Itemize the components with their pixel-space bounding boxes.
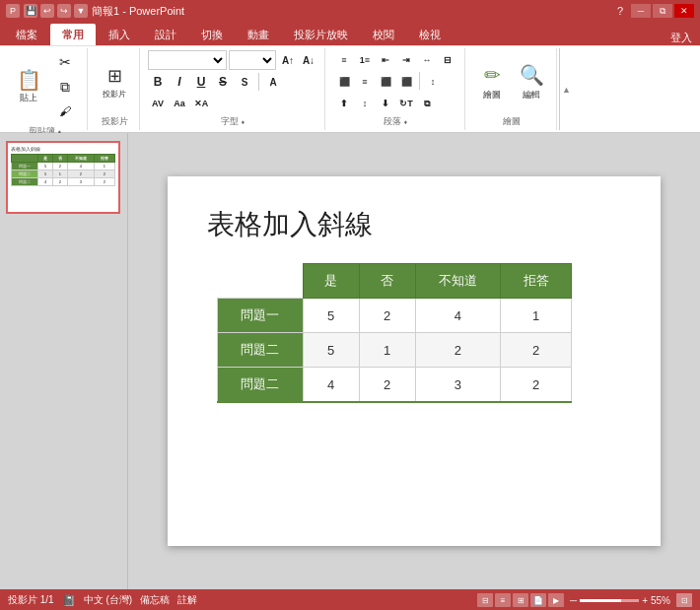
paragraph-label: 段落 ⬧ (384, 115, 408, 128)
format-painter-button[interactable]: 🖌 (49, 100, 81, 123)
valign-top-button[interactable]: ⬆ (334, 94, 354, 113)
bold-button[interactable]: B (148, 72, 168, 92)
new-slide-button[interactable]: ⊞ 投影片 (96, 56, 133, 107)
reading-view-button[interactable]: 📄 (530, 593, 546, 607)
font-size-aa[interactable]: Aa (170, 94, 189, 113)
clipboard-buttons: 📋 貼上 ✂ ⧉ 🖌 (10, 50, 81, 123)
strikethrough-button[interactable]: S (213, 72, 233, 92)
thumb-row3-val3: 3 (67, 178, 94, 186)
line-spacing-button[interactable]: ↕ (423, 72, 443, 92)
header-yes: 是 (303, 264, 359, 299)
edit-button[interactable]: 🔍 編輯 (513, 56, 550, 107)
para-direction-button[interactable]: ↔ (417, 50, 437, 70)
slide-thumb-container: 1 表格加入斜線 是 否 不知道 拒答 問題一 5 (6, 141, 121, 214)
thumb-row2-val2: 1 (52, 170, 67, 178)
tab-design[interactable]: 設計 (143, 24, 188, 45)
outline-view-button[interactable]: ≡ (495, 593, 511, 607)
notes-button[interactable]: 備忘稿 (140, 593, 170, 607)
row2-val4: 2 (501, 333, 572, 368)
font-color-button[interactable]: A (263, 72, 283, 92)
restore-button[interactable]: ⧉ (653, 4, 672, 18)
increase-font-button[interactable]: A↑ (278, 50, 298, 70)
view-buttons: ⊟ ≡ ⊞ 📄 ▶ (477, 593, 564, 607)
close-button[interactable]: ✕ (674, 4, 694, 18)
thumb-header-2: 否 (52, 155, 67, 163)
align-left-button[interactable]: ⬛ (334, 72, 354, 92)
redo-icon[interactable]: ↪ (57, 4, 71, 18)
row1-label: 問題一 (218, 299, 304, 333)
thumb-table: 是 否 不知道 拒答 問題一 5 2 4 1 (11, 154, 115, 186)
tab-review[interactable]: 校閱 (361, 24, 406, 45)
header-empty (218, 264, 304, 299)
tab-file[interactable]: 檔案 (4, 24, 49, 45)
font-label: 字型 ⬧ (221, 115, 245, 128)
slide-thumbnail[interactable]: 表格加入斜線 是 否 不知道 拒答 問題一 5 2 (6, 141, 120, 214)
font-name-select[interactable] (148, 50, 227, 70)
more-icon[interactable]: ▼ (74, 4, 88, 18)
header-refuse: 拒答 (501, 264, 572, 299)
thumb-row1-val2: 2 (52, 163, 67, 170)
tab-transition[interactable]: 切換 (189, 24, 235, 45)
normal-view-button[interactable]: ⊟ (477, 593, 493, 607)
zoom-slider[interactable] (580, 599, 639, 602)
separator2 (419, 72, 420, 90)
tab-insert[interactable]: 插入 (97, 24, 142, 45)
tab-animation[interactable]: 動畫 (236, 24, 281, 45)
increase-indent-button[interactable]: ⇥ (396, 50, 416, 70)
row1-val1: 5 (303, 299, 359, 333)
row1-val4: 1 (501, 299, 572, 333)
zoom-control: ─ + 55% (570, 595, 670, 606)
comments-button[interactable]: 註解 (177, 593, 197, 607)
save-icon[interactable]: 💾 (24, 4, 37, 18)
table-header-row: 是 否 不知道 拒答 (218, 264, 572, 299)
valign-bottom-button[interactable]: ⬇ (376, 94, 395, 113)
text-direction-button[interactable]: ↻T (396, 94, 416, 113)
title-bar: P 💾 ↩ ↪ ▼ 簡報1 - PowerPoint ? ─ ⧉ ✕ (0, 0, 700, 22)
font-row1: A↑ A↓ (148, 50, 318, 70)
drawing-label: 繪圖 (503, 115, 521, 128)
thumb-row3-val2: 2 (52, 178, 67, 186)
shadow-button[interactable]: S (235, 72, 254, 92)
font-clear-button[interactable]: ✕A (191, 94, 211, 113)
convert-smartart-button[interactable]: ⧉ (417, 94, 437, 113)
italic-button[interactable]: I (170, 72, 189, 92)
row2-label: 問題二 (218, 333, 304, 368)
tab-view[interactable]: 檢視 (407, 24, 453, 45)
justify-button[interactable]: ⬛ (396, 72, 416, 92)
align-center-button[interactable]: ≡ (355, 72, 375, 92)
zoom-plus-button[interactable]: + (642, 595, 648, 606)
help-icon[interactable]: ? (617, 5, 623, 17)
cut-button[interactable]: ✂ (49, 50, 81, 74)
minimize-button[interactable]: ─ (631, 4, 651, 18)
slide-sorter-button[interactable]: ⊞ (513, 593, 528, 607)
fit-page-button[interactable]: ⊡ (676, 593, 692, 607)
login-button[interactable]: 登入 (663, 31, 700, 45)
valign-middle-button[interactable]: ↕ (355, 94, 375, 113)
char-spacing-button[interactable]: AV (148, 94, 168, 113)
thumb-row3-label: 問題二 (12, 178, 38, 186)
tab-slideshow[interactable]: 投影片放映 (282, 24, 360, 45)
font-row3: AV Aa ✕A (148, 94, 318, 113)
drawing-button[interactable]: ✏ 繪圖 (473, 56, 511, 107)
decrease-font-button[interactable]: A↓ (299, 50, 318, 70)
font-expand[interactable]: ⬧ (241, 117, 245, 126)
copy-button[interactable]: ⧉ (49, 75, 81, 99)
zoom-minus-button[interactable]: ─ (570, 595, 577, 606)
align-right-button[interactable]: ⬛ (376, 72, 395, 92)
ribbon-collapse[interactable]: ▲ (559, 48, 573, 130)
slideshow-button[interactable]: ▶ (548, 593, 564, 607)
columns-button[interactable]: ⊟ (438, 50, 457, 70)
zoom-level[interactable]: 55% (651, 595, 670, 606)
underline-button[interactable]: U (191, 72, 211, 92)
font-size-select[interactable] (229, 50, 276, 70)
slide-main[interactable]: 表格加入斜線 是 否 不知道 拒答 問題一 (168, 176, 661, 546)
title-bar-left: P 💾 ↩ ↪ ▼ 簡報1 - PowerPoint (6, 4, 184, 19)
tab-home[interactable]: 常用 (50, 24, 96, 45)
paragraph-expand[interactable]: ⬧ (403, 117, 408, 126)
numbering-button[interactable]: 1≡ (355, 50, 375, 70)
paste-button[interactable]: 📋 貼上 (10, 61, 47, 112)
bullets-button[interactable]: ≡ (334, 50, 354, 70)
decrease-indent-button[interactable]: ⇤ (376, 50, 395, 70)
window-controls: ─ ⧉ ✕ (631, 4, 694, 18)
undo-icon[interactable]: ↩ (40, 4, 54, 18)
